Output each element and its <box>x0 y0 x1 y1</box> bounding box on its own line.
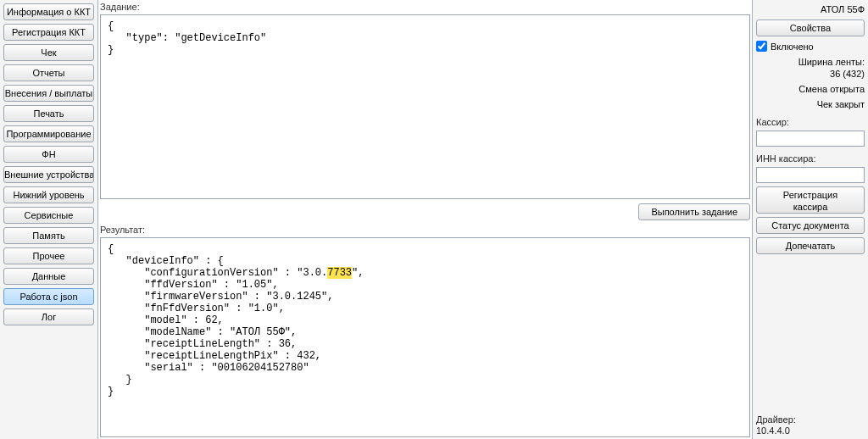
receipt-state: Чек закрыт <box>756 98 865 110</box>
cashier-inn-input[interactable] <box>756 167 865 183</box>
enabled-checkbox[interactable] <box>756 41 767 52</box>
result-text-after: ", "ffdVersion" : "1.05", "firmwareVersi… <box>108 267 364 397</box>
sidebar-item-low-level[interactable]: Нижний уровень <box>3 186 94 203</box>
cashier-label: Кассир: <box>756 114 865 127</box>
tape-width-label: Ширина ленты: <box>756 56 865 68</box>
sidebar-item-reports[interactable]: Отчеты <box>3 64 94 81</box>
properties-button[interactable]: Свойства <box>756 19 865 36</box>
shift-state: Смена открыта <box>756 83 865 95</box>
sidebar-item-kkt-info[interactable]: Информация о ККТ <box>3 3 94 20</box>
sidebar-item-programming[interactable]: Программирование <box>3 125 94 142</box>
task-label: Задание: <box>100 2 750 13</box>
sidebar-item-ext-devices[interactable]: Внешние устройства <box>3 166 94 183</box>
result-textarea[interactable]: { "deviceInfo" : { "configurationVersion… <box>100 237 750 437</box>
result-label: Результат: <box>100 225 750 236</box>
enabled-checkbox-row[interactable]: Включено <box>756 40 865 53</box>
sidebar-item-misc[interactable]: Прочее <box>3 247 94 264</box>
sidebar-item-memory[interactable]: Память <box>3 227 94 244</box>
document-status-button[interactable]: Статус документа <box>756 217 865 234</box>
cashier-input[interactable] <box>756 131 865 147</box>
result-text-before: { "deviceInfo" : { "configurationVersion… <box>108 243 327 279</box>
sidebar-item-data[interactable]: Данные <box>3 268 94 285</box>
sidebar-item-print[interactable]: Печать <box>3 105 94 122</box>
device-title: АТОЛ 55Ф <box>756 3 865 16</box>
cashier-inn-label: ИНН кассира: <box>756 150 865 164</box>
result-highlight: 7733 <box>327 267 352 279</box>
center-pane: Задание: { "type": "getDeviceInfo" } Вып… <box>98 0 753 439</box>
right-pane: АТОЛ 55Ф Свойства Включено Ширина ленты:… <box>753 0 868 439</box>
sidebar-item-cash-inout[interactable]: Внесения / выплаты <box>3 85 94 102</box>
sidebar-item-log[interactable]: Лог <box>3 308 94 325</box>
sidebar-item-json[interactable]: Работа с json <box>3 288 94 305</box>
tape-width-value: 36 (432) <box>756 68 865 80</box>
execute-task-button[interactable]: Выполнить задание <box>638 203 750 220</box>
sidebar-item-service[interactable]: Сервисные <box>3 207 94 224</box>
left-sidebar: Информация о ККТ Регистрация ККТ Чек Отч… <box>0 0 98 439</box>
sidebar-item-receipt[interactable]: Чек <box>3 44 94 61</box>
enabled-checkbox-label: Включено <box>771 42 814 52</box>
driver-label: Драйвер: <box>756 414 865 425</box>
register-cashier-button[interactable]: Регистрация кассира <box>756 186 865 214</box>
sidebar-item-fn[interactable]: ФН <box>3 146 94 163</box>
sidebar-item-kkt-register[interactable]: Регистрация ККТ <box>3 24 94 41</box>
task-textarea[interactable]: { "type": "getDeviceInfo" } <box>100 14 750 199</box>
driver-version: 10.4.4.0 <box>756 425 865 436</box>
reprint-button[interactable]: Допечатать <box>756 237 865 254</box>
